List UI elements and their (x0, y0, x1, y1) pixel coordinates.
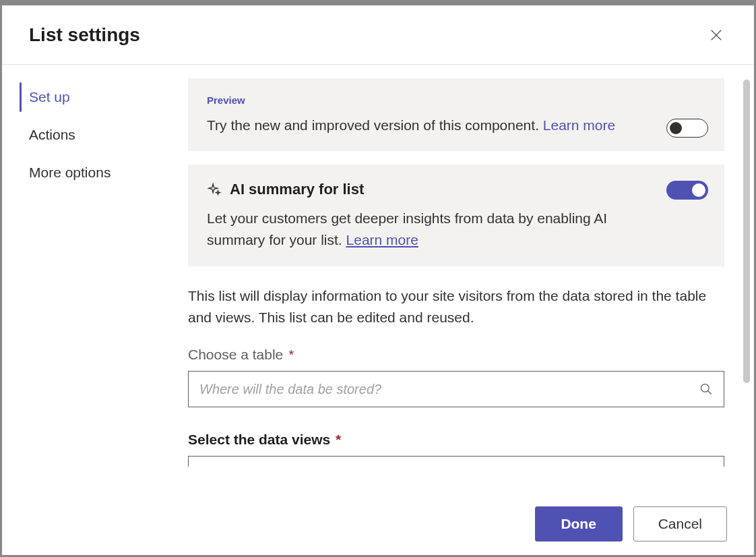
sidebar-item-actions[interactable]: Actions (2, 116, 188, 154)
preview-label: Preview (207, 94, 705, 106)
done-button[interactable]: Done (535, 506, 623, 541)
toggle-knob (692, 183, 705, 197)
toggle-knob (670, 122, 682, 134)
list-settings-dialog: List settings Set up Actions More option… (2, 5, 754, 555)
sidebar: Set up Actions More options (2, 65, 188, 493)
choose-table-input[interactable] (199, 382, 699, 397)
choose-table-label: Choose a table * (188, 347, 724, 363)
preview-text-content: Try the new and improved version of this… (207, 117, 543, 133)
ai-banner-title: AI summary for list (230, 181, 364, 198)
select-views-box[interactable] (188, 456, 724, 467)
sparkle-icon (207, 182, 222, 197)
preview-banner: Preview Try the new and improved version… (188, 78, 724, 151)
sidebar-item-label: Actions (29, 127, 75, 143)
sidebar-item-label: More options (29, 165, 111, 181)
search-icon (699, 382, 713, 396)
required-indicator: * (336, 432, 341, 447)
select-views-label-text: Select the data views (188, 432, 330, 447)
sidebar-item-more-options[interactable]: More options (2, 154, 188, 192)
cancel-button[interactable]: Cancel (633, 506, 727, 541)
svg-point-2 (701, 384, 710, 392)
dialog-header: List settings (2, 5, 754, 65)
dialog-title: List settings (29, 24, 140, 46)
preview-text: Try the new and improved version of this… (207, 115, 705, 135)
ai-banner-title-row: AI summary for list (207, 181, 705, 198)
ai-summary-toggle[interactable] (666, 181, 708, 200)
content-panel: Preview Try the new and improved version… (188, 65, 754, 493)
scrollbar[interactable] (743, 80, 750, 383)
preview-learn-more-link[interactable]: Learn more (543, 117, 615, 133)
dialog-body: Set up Actions More options Preview Try … (2, 65, 754, 493)
ai-summary-banner: AI summary for list Let your customers g… (188, 165, 724, 266)
sidebar-item-label: Set up (29, 89, 70, 105)
preview-toggle[interactable] (666, 119, 708, 138)
choose-table-label-text: Choose a table (188, 347, 283, 362)
list-description: This list will display information to yo… (188, 285, 724, 328)
close-button[interactable] (705, 24, 727, 46)
svg-line-3 (708, 391, 712, 394)
select-views-label: Select the data views * (188, 432, 724, 448)
choose-table-searchbox[interactable] (188, 371, 724, 407)
required-indicator: * (288, 347, 294, 362)
ai-learn-more-link[interactable]: Learn more (346, 232, 418, 247)
sidebar-item-setup[interactable]: Set up (2, 78, 188, 116)
dialog-footer: Done Cancel (2, 493, 754, 555)
ai-banner-desc: Let your customers get deeper insights f… (207, 208, 705, 250)
close-icon (709, 28, 724, 42)
